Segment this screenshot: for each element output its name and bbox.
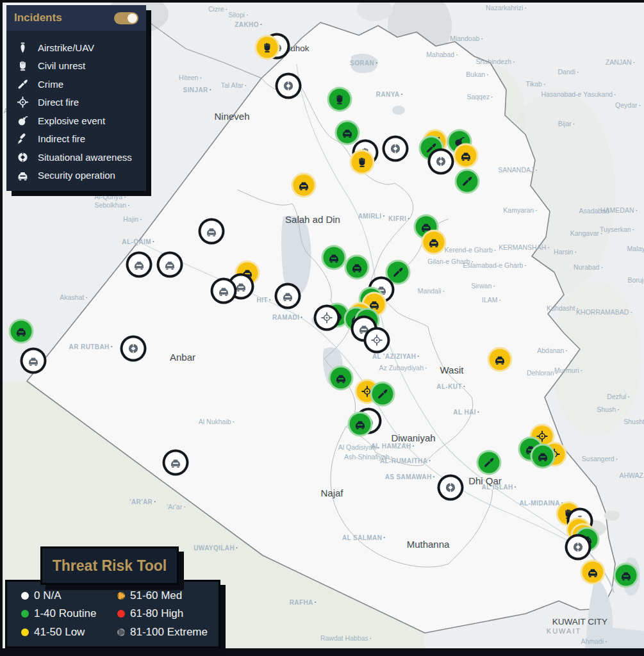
security-op-icon [133,259,145,271]
crime-icon [483,457,495,469]
risk-level-label: 1-40 Routine [34,607,96,620]
marker-crime-routine[interactable] [372,384,393,405]
civil-unrest-icon [17,60,29,72]
incident-type-label: Civil unrest [38,60,85,71]
marker-civil-unrest-routine[interactable] [329,89,351,110]
direct-fire-icon [371,334,383,347]
explosive-icon [17,115,29,127]
marker-crime-routine[interactable] [457,171,478,192]
security-op-icon [218,285,230,297]
crime-icon [392,266,404,279]
security-op-icon [368,299,381,311]
marker-situational-na[interactable] [123,338,144,359]
marker-security-op-low[interactable] [293,175,315,196]
frame-bar-left [0,0,3,656]
situational-icon [435,156,447,168]
incident-type-indirect-fire[interactable]: Indirect fire [17,130,146,149]
marker-security-op-low[interactable] [424,232,445,253]
marker-security-op-low[interactable] [490,349,511,370]
incidents-legend-list: Airstrike/UAVCivil unrestCrimeDirect fir… [6,31,146,184]
airstrike-icon [17,42,29,54]
marker-security-op-routine[interactable] [533,446,554,467]
security-op-icon [15,325,28,338]
marker-civil-unrest-low[interactable] [352,152,373,173]
incident-type-airstrike-uav[interactable]: Airstrike/UAV [17,38,146,57]
direct-fire-icon [321,312,333,324]
security-op-icon [342,127,354,139]
marker-situational-na[interactable] [385,138,406,160]
security-op-icon [494,354,506,366]
marker-security-op-routine[interactable] [350,414,371,435]
security-op-icon [537,450,549,463]
security-op-icon [235,281,247,293]
marker-security-op-routine[interactable] [324,247,345,268]
incident-type-security-operation[interactable]: Security operation [17,167,146,185]
marker-crime-routine[interactable] [388,262,409,283]
marker-security-op-routine[interactable] [11,321,32,342]
incident-type-explosive-event[interactable]: Explosive event [17,111,146,130]
incidents-panel-header: Incidents [6,5,146,31]
marker-security-op-routine[interactable] [616,565,637,586]
marker-security-op-routine[interactable] [331,368,352,389]
crime-icon [377,388,389,400]
marker-situational-na[interactable] [278,76,299,97]
situational-icon [390,143,402,155]
indirect-fire-icon [17,133,29,145]
marker-security-op-na[interactable] [201,221,222,242]
marker-situational-na[interactable] [440,477,461,498]
risk-level-0-n-a: 0 N/A [21,589,117,602]
marker-security-op-na[interactable] [165,452,186,473]
incident-type-label: Airstrike/UAV [38,42,94,53]
threat-tool-title: Threat Risk Tool [53,557,167,575]
incident-type-label: Direct fire [38,97,79,108]
threat-map-app: DuhokNinevehSalah ad DinAnbarWasitDiwani… [0,0,644,656]
marker-security-op-na[interactable] [213,281,235,302]
risk-level-label: 61-80 High [130,607,183,620]
civil-unrest-icon [356,156,368,168]
incident-type-label: Security operation [38,170,115,181]
incident-type-label: Indirect fire [38,133,85,144]
incident-type-direct-fire[interactable]: Direct fire [17,94,146,112]
incident-type-situational-awareness[interactable]: Situational awareness [17,148,146,167]
marker-security-op-na[interactable] [277,286,299,307]
marker-civil-unrest-low[interactable] [257,37,278,58]
marker-security-op-na[interactable] [160,254,181,275]
frame-bar-top [0,0,644,3]
direct-fire-icon [17,96,29,108]
security-op-icon [206,226,218,238]
incidents-panel-title: Incidents [14,12,62,24]
marker-security-op-routine[interactable] [337,122,358,144]
risk-dot [21,610,29,618]
marker-security-op-routine[interactable] [347,257,368,278]
civil-unrest-icon [261,42,274,54]
security-op-icon [17,169,29,181]
marker-situational-na[interactable] [568,537,589,558]
direct-fire-icon [536,430,549,443]
threat-tool-title-box: Threat Risk Tool [40,546,179,585]
marker-direct-fire-na[interactable] [317,308,338,329]
marker-security-op-na[interactable] [23,350,44,372]
incidents-toggle[interactable] [114,12,138,24]
marker-security-op-na[interactable] [129,254,150,275]
security-op-icon [164,259,176,271]
marker-direct-fire-na[interactable] [367,330,388,351]
marker-crime-routine[interactable] [479,452,500,473]
security-op-icon [620,570,632,582]
crime-icon [461,176,474,188]
risk-level-41-50-low: 41-50 Low [21,626,117,639]
marker-security-op-low[interactable] [456,145,477,167]
incident-type-crime[interactable]: Crime [17,75,146,94]
marker-security-op-low[interactable] [582,562,604,583]
direct-fire-icon [361,386,374,398]
incident-type-civil-unrest[interactable]: Civil unrest [17,57,146,76]
risk-level-81-100-extreme: 81-100 Extreme [117,626,226,639]
situational-icon [128,343,140,355]
security-op-icon [328,252,340,264]
marker-situational-na[interactable] [431,151,452,172]
threat-risk-legend: 0 N/A1-40 Routine41-50 Low51-60 Med61-80… [5,580,220,648]
security-op-icon [28,355,40,367]
risk-dot [117,628,125,636]
risk-level-label: 41-50 Low [34,626,85,639]
security-op-icon [282,290,294,302]
security-op-icon [428,236,440,249]
